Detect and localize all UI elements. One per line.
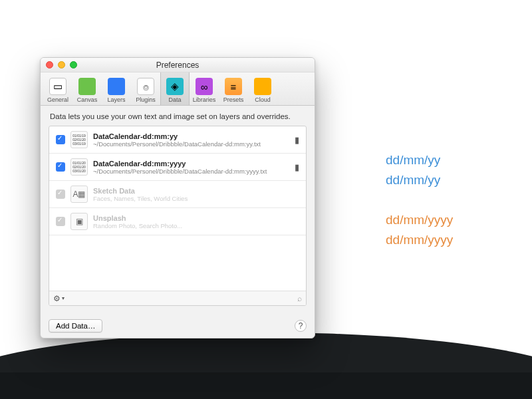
add-data-button[interactable]: Add Data… bbox=[49, 319, 102, 332]
annotation-ddmmyy-2: dd/mm/yy bbox=[386, 173, 440, 188]
reveal-in-finder-icon[interactable]: ▮ bbox=[295, 135, 299, 145]
checkbox[interactable] bbox=[56, 217, 65, 226]
row-subtitle: ~/Documents/Personel/Dribbble/DataCalend… bbox=[93, 140, 289, 148]
data-source-list: 01/01/19 02/01/20 03/01/19 DataCalendar-… bbox=[49, 126, 307, 306]
row-subtitle: ~/Documents/Personel/Dribbble/DataCalend… bbox=[93, 168, 289, 175]
row-title: DataCalendar-dd:mm:yy bbox=[93, 132, 289, 140]
sketch-data-icon: A▦ bbox=[70, 186, 88, 203]
phone-icon: ▭ bbox=[49, 78, 66, 95]
reveal-in-finder-icon[interactable]: ▮ bbox=[295, 162, 299, 172]
chevron-down-icon: ▾ bbox=[62, 295, 65, 301]
titlebar[interactable]: Preferences bbox=[41, 58, 315, 72]
cloud-icon bbox=[254, 78, 271, 95]
help-button[interactable]: ? bbox=[295, 320, 307, 332]
data-row[interactable]: 01/01/19 02/01/20 03/01/19 DataCalendar-… bbox=[49, 126, 306, 154]
tab-plugins[interactable]: ⌾Plugins bbox=[131, 72, 160, 105]
annotation-ddmmyyyy-1: dd/mm/yyyy bbox=[386, 213, 453, 227]
data-row[interactable]: A▦ Sketch Data Faces, Names, Tiles, Worl… bbox=[49, 181, 306, 208]
data-row[interactable]: 01/01/20 02/01/20 03/01/20 DataCalendar-… bbox=[49, 154, 306, 181]
row-subtitle: Random Photo, Search Photo... bbox=[93, 222, 299, 229]
row-subtitle: Faces, Names, Tiles, World Cities bbox=[93, 195, 299, 202]
annotation-ddmmyy-1: dd/mm/yy bbox=[386, 153, 440, 168]
tab-layers-label: Layers bbox=[107, 96, 125, 103]
tab-general-label: General bbox=[47, 96, 68, 103]
row-title: Unsplash bbox=[93, 214, 299, 222]
checkbox[interactable] bbox=[56, 162, 65, 172]
content: Data lets you use your own text and imag… bbox=[41, 106, 315, 314]
toolbar: ▭General Canvas Layers ⌾Plugins ◈Data ∞L… bbox=[41, 72, 315, 106]
row-title: Sketch Data bbox=[93, 187, 299, 195]
preferences-window: Preferences ▭General Canvas Layers ⌾Plug… bbox=[40, 57, 315, 338]
tab-cloud-label: Cloud bbox=[255, 96, 271, 103]
layers-icon bbox=[108, 78, 125, 95]
hint-text: Data lets you use your own text and imag… bbox=[50, 112, 307, 120]
footer: Add Data… ? bbox=[41, 314, 315, 338]
checkbox[interactable] bbox=[56, 190, 65, 199]
tab-plugins-label: Plugins bbox=[136, 96, 156, 103]
tab-presets[interactable]: ≡Presets bbox=[219, 72, 248, 105]
stack-icon: ◈ bbox=[166, 78, 184, 95]
tab-canvas[interactable]: Canvas bbox=[72, 72, 102, 105]
window-title: Preferences bbox=[156, 61, 200, 70]
search-icon[interactable]: ⌕ bbox=[297, 294, 302, 303]
zoom-icon[interactable] bbox=[70, 61, 77, 68]
image-placeholder-icon: ▣ bbox=[70, 213, 88, 230]
tab-presets-label: Presets bbox=[223, 96, 244, 103]
tab-libraries[interactable]: ∞Libraries bbox=[190, 72, 219, 105]
plugin-icon: ⌾ bbox=[137, 78, 154, 95]
tab-data[interactable]: ◈Data bbox=[160, 72, 190, 105]
text-file-icon: 01/01/19 02/01/20 03/01/19 bbox=[70, 131, 88, 148]
link-icon: ∞ bbox=[196, 78, 213, 95]
close-icon[interactable] bbox=[46, 61, 53, 68]
canvas-icon bbox=[78, 78, 96, 95]
tab-cloud[interactable]: Cloud bbox=[248, 72, 277, 105]
tab-general[interactable]: ▭General bbox=[43, 72, 72, 105]
tab-data-label: Data bbox=[168, 96, 181, 103]
tab-libraries-label: Libraries bbox=[193, 96, 216, 103]
sliders-icon: ≡ bbox=[225, 78, 242, 95]
gear-menu[interactable]: ⚙︎ ▾ bbox=[53, 294, 65, 303]
checkbox[interactable] bbox=[56, 135, 65, 144]
minimize-icon[interactable] bbox=[58, 61, 65, 68]
tab-layers[interactable]: Layers bbox=[102, 72, 131, 105]
row-title: DataCalendar-dd:mm:yyyy bbox=[93, 160, 289, 168]
annotation-ddmmyyyy-2: dd/mm/yyyy bbox=[386, 233, 453, 247]
list-footer: ⚙︎ ▾ ⌕ bbox=[49, 291, 306, 305]
text-file-icon: 01/01/20 02/01/20 03/01/20 bbox=[70, 158, 88, 176]
tab-canvas-label: Canvas bbox=[77, 96, 98, 103]
data-row[interactable]: ▣ Unsplash Random Photo, Search Photo... bbox=[49, 208, 306, 235]
